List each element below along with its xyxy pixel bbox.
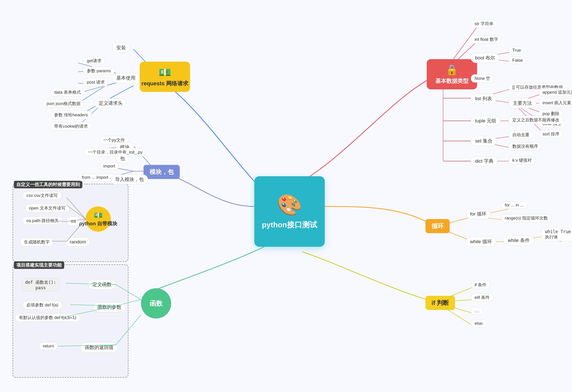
while-cond-label: while 条件 <box>508 237 530 244</box>
range-node: range(n) 指定循环次数 <box>501 214 552 222</box>
basic-use-node: 基本使用 <box>112 73 140 83</box>
dict-kv-node: k:v 键值对 <box>509 156 535 164</box>
tuple-note-node: 定义之后数据不能再修改 <box>509 116 563 124</box>
str-label: str 字符串 <box>475 21 493 27</box>
tuple-label: tuple 元组 <box>475 118 496 124</box>
func-box-label: 项目搭建实现主要功能 <box>14 261 64 269</box>
return-label-node: 函数的返回值 <box>81 342 118 352</box>
required-param-label: 必填参数 def f(a) <box>26 302 58 308</box>
basic-icon: 🔒 <box>446 64 458 76</box>
list-node: list 列表 <box>471 94 496 104</box>
insert-label: insert 插入元素 <box>543 100 571 106</box>
center-icon: 🎨 <box>277 193 302 217</box>
builtin-label: python 自带模块 <box>79 220 117 227</box>
none-node: None 空 <box>471 74 494 83</box>
json-label: json json格式数据 <box>47 101 81 106</box>
default-param-label: 有默认认值的参数 def f(a,b=1) <box>19 315 76 320</box>
builtin-box-label: 自定义一些工具的时候需要用到 <box>14 181 82 188</box>
set-unique-node: 自动去重 <box>509 131 533 139</box>
module-label: 模块，包 <box>150 168 174 176</box>
insert-node: insert 插入元素 <box>539 99 572 107</box>
center-label: python接口测试 <box>262 220 317 230</box>
append-label: append 追加元素 <box>543 89 572 95</box>
json-node: json json格式数据 <box>43 99 84 108</box>
mindmap: 🎨 python接口测试 💵 requests 网络请求 安装 基本使用 get… <box>0 0 572 392</box>
post-label: post 请求 <box>87 79 105 85</box>
for-in-node: for ... in ... <box>501 201 528 209</box>
cookie-node: 带有cookie的请求 <box>50 122 92 130</box>
dict-kv-label: k:v 键值对 <box>512 157 532 163</box>
none-label: None 空 <box>475 76 490 81</box>
header-params-node: 参数 传给headers <box>50 111 92 119</box>
os-label: os <box>71 218 76 224</box>
else-node: else: <box>471 320 487 327</box>
os-path-label: os.path 路径相关 <box>26 218 59 224</box>
required-param-node: 必填参数 def f(a) <box>23 301 62 309</box>
def-func-label: 定义函数 <box>92 281 112 288</box>
func-label: 函数 <box>150 299 163 308</box>
list-methods-node: 主要方法 <box>509 98 536 108</box>
set-order-node: 数据没有顺序 <box>509 142 542 151</box>
loop-label: 循环 <box>432 222 444 230</box>
set-unique-label: 自动去重 <box>512 132 529 138</box>
if-label: if 判断 <box>432 299 449 307</box>
func-node: 函数 <box>141 288 171 318</box>
from-import-label: from ... import ... <box>82 175 113 180</box>
set-node: set 集合 <box>471 136 497 146</box>
package-def-node: 包 <box>116 154 129 164</box>
if-cond-label: if 条件 <box>475 282 486 288</box>
while-label: while 循环 <box>470 238 492 245</box>
def-syntax-label: def 函数名(): pass <box>25 279 56 290</box>
params-node: 参数 params <box>83 67 115 75</box>
tuple-node: tuple 元组 <box>471 116 500 126</box>
elif-cond-label: elif 条件 <box>475 295 490 300</box>
get-node: get请求 <box>83 57 105 65</box>
loop-node: 循环 <box>425 219 450 233</box>
bool-node: bool 布尔 <box>471 53 499 63</box>
set-label: set 集合 <box>475 138 492 144</box>
module-node: 模块，包 <box>144 165 180 179</box>
set-order-label: 数据没有顺序 <box>512 144 538 149</box>
dots-label: .... <box>475 308 479 313</box>
data-node: data 表单格式 <box>50 88 85 96</box>
false-label: False <box>512 58 523 63</box>
else-label: else: <box>475 321 484 326</box>
params-label: 参数 params <box>87 68 111 74</box>
package-def-label: 包 <box>120 155 125 162</box>
func-params-label: 函数的参数 <box>97 304 121 310</box>
basic-label: 基本数据类型 <box>435 77 469 85</box>
random-label-label: random <box>70 239 86 245</box>
range-label: range(n) 指定循环次数 <box>505 215 548 221</box>
sort-node: sort 排序 <box>539 130 563 138</box>
import-group-node: 导入模块，包 <box>111 174 148 185</box>
random-node: 生成随机数字 <box>20 238 53 246</box>
int-float-node: int float 数字 <box>471 35 502 44</box>
builtin-icon: 💵 <box>94 211 103 219</box>
str-node: str 字符串 <box>471 20 497 28</box>
bool-label: bool 布尔 <box>475 55 495 61</box>
define-header-label: 定义请求头 <box>99 100 123 106</box>
while-body-label: while True:执行体 <box>545 229 572 240</box>
tuple-note-label: 定义之后数据不能再修改 <box>512 117 559 123</box>
true-node: True <box>509 47 525 54</box>
csv-label: csv csv文件读写 <box>26 193 58 198</box>
func-params-node: 函数的参数 <box>93 302 126 312</box>
csv-node: csv csv文件读写 <box>23 191 61 200</box>
header-params-label: 参数 传给headers <box>54 112 88 118</box>
one-dir-node: 一个目录，目录中有_init_.py <box>84 148 146 156</box>
requests-node: 💵 requests 网络请求 <box>140 62 190 92</box>
open-label: open 文本文件读写 <box>29 205 65 211</box>
int-float-label: int float 数字 <box>475 37 498 42</box>
for-in-label: for ... in ... <box>505 203 524 208</box>
os-node: os <box>67 217 80 226</box>
false-node: False <box>509 57 527 64</box>
def-syntax-node: def 函数名(): pass <box>21 278 60 292</box>
while-cond-node: while 条件 <box>504 235 534 245</box>
sort-label: sort 排序 <box>543 131 559 137</box>
data-label: data 表单格式 <box>54 89 81 95</box>
basic-use-label: 基本使用 <box>116 75 135 81</box>
if-cond-node: if 条件 <box>471 281 490 289</box>
import-group-label: 导入模块，包 <box>115 176 144 183</box>
for-node: for 循环 <box>466 209 491 219</box>
open-node: open 文本文件读写 <box>25 204 69 212</box>
